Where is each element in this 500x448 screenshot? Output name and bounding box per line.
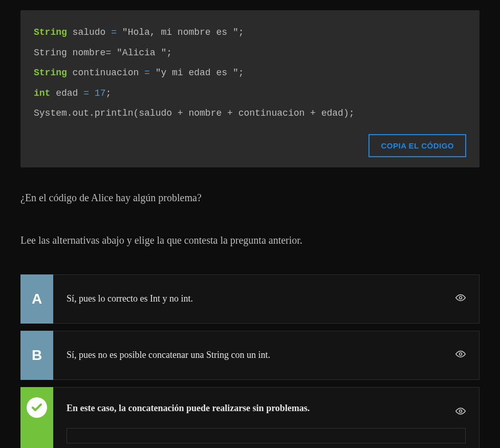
choice-letter: B (20, 331, 53, 380)
code-line: System.out.println(saludo + nombre + con… (34, 103, 466, 124)
code-block: String saludo = "Hola, mi nombre es "; S… (20, 10, 480, 167)
code-line: String saludo = "Hola, mi nombre es "; (34, 23, 466, 43)
keyword-type: String (34, 27, 67, 37)
choice-text: En este caso, la concatenación puede rea… (67, 403, 310, 414)
choice-letter-correct (20, 387, 53, 448)
copy-code-button[interactable]: COPIA EL CÓDIGO (368, 134, 466, 157)
choice-c[interactable]: En este caso, la concatenación puede rea… (20, 387, 480, 448)
svg-point-1 (460, 353, 462, 355)
check-icon (27, 397, 47, 418)
instruction-text: Lee las alternativas abajo y elige la qu… (20, 234, 480, 246)
code-line: String continuacion = "y mi edad es "; (34, 63, 466, 83)
choice-b[interactable]: B Sí, pues no es posible concatenar una … (20, 331, 480, 380)
choice-body: En este caso, la concatenación puede rea… (53, 387, 480, 448)
eye-icon[interactable] (455, 349, 466, 361)
svg-point-2 (460, 410, 462, 412)
choice-body: Sí, pues no es posible concatenar una St… (53, 331, 480, 380)
choice-body: Sí, pues lo correcto es Int y no int. (53, 274, 480, 324)
choice-text: Sí, pues no es posible concatenar una St… (67, 350, 270, 360)
code-line: String nombre= "Alicia "; (34, 43, 466, 63)
eye-icon[interactable] (455, 292, 466, 305)
svg-point-0 (460, 296, 462, 299)
eye-icon[interactable] (455, 406, 466, 419)
choice-a[interactable]: A Sí, pues lo correcto es Int y no int. (20, 274, 480, 324)
choice-letter: A (20, 274, 53, 324)
question-text: ¿En el código de Alice hay algún problem… (20, 192, 480, 204)
explanation-box (67, 428, 466, 443)
choice-text: Sí, pues lo correcto es Int y no int. (67, 293, 193, 304)
code-line: int edad = 17; (34, 83, 466, 104)
